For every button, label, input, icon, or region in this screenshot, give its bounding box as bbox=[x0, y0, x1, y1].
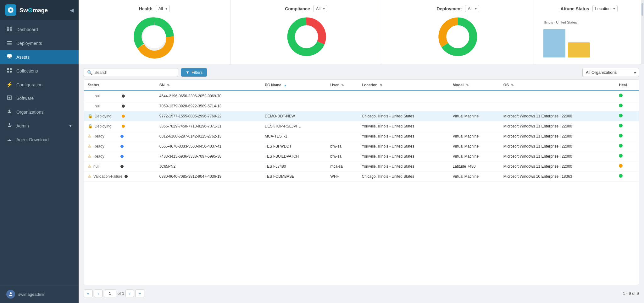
sidebar-item-deployments[interactable]: Deployments bbox=[0, 36, 79, 50]
user-cell bbox=[327, 91, 358, 101]
svg-rect-3 bbox=[7, 43, 12, 44]
org-select[interactable]: All Organizations Organization 1 Organiz… bbox=[582, 68, 639, 77]
col-pc-name[interactable]: PC Name ▲ bbox=[261, 80, 327, 91]
model-cell bbox=[449, 101, 500, 111]
user-avatar bbox=[6, 290, 15, 299]
compliance-chart-select[interactable]: All bbox=[313, 5, 327, 12]
status-indicator bbox=[125, 175, 128, 178]
col-user[interactable]: User ⇅ bbox=[327, 80, 358, 91]
sidebar-item-assets[interactable]: Assets bbox=[0, 50, 79, 64]
table-row[interactable]: ⚠Ready7488-3413-6936-3338-7097-5995-38TE… bbox=[84, 151, 639, 161]
lock-icon: 🔒 bbox=[88, 114, 93, 118]
col-os[interactable]: OS ⇅ bbox=[500, 80, 615, 91]
sidebar-item-label: Organizations bbox=[16, 110, 72, 115]
table-row[interactable]: 🔒Deploying9772-1577-1555-8805-2996-7760-… bbox=[84, 111, 639, 121]
sort-icon-pcname: ▲ bbox=[284, 84, 287, 87]
health-cell bbox=[615, 91, 639, 101]
agent-download-icon bbox=[6, 137, 13, 143]
status-cell: ⚠Validation-Failure bbox=[84, 171, 156, 181]
pc-name-cell: DESKTOP-RSEJVFL bbox=[261, 121, 327, 131]
health-chart-title: Health bbox=[139, 6, 153, 11]
table-row[interactable]: ⚠nullJC65PN2TEST-L7480mca-saYorkville, I… bbox=[84, 161, 639, 171]
status-indicator bbox=[120, 155, 124, 158]
svg-rect-2 bbox=[7, 41, 12, 42]
sn-cell: 9772-1577-1555-8805-2996-7760-22 bbox=[156, 111, 261, 121]
status-indicator bbox=[122, 115, 125, 118]
table-row[interactable]: null4644-2196-0656-3306-2052-9069-70 bbox=[84, 91, 639, 101]
health-indicator bbox=[619, 134, 623, 138]
software-icon bbox=[6, 95, 13, 101]
health-indicator bbox=[619, 94, 623, 97]
svg-rect-10 bbox=[7, 71, 9, 73]
location-cell: Yorkville, Illinois - United States bbox=[358, 131, 449, 141]
col-health[interactable]: Heal bbox=[615, 80, 639, 91]
table-row[interactable]: ⚠Ready6812-6160-5297-6142-9125-2762-13MC… bbox=[84, 131, 639, 141]
sidebar-item-organizations[interactable]: Organizations bbox=[0, 105, 79, 119]
col-sn[interactable]: SN ⇅ bbox=[156, 80, 261, 91]
health-indicator bbox=[619, 144, 623, 148]
warning-icon: ⚠ bbox=[88, 134, 92, 138]
os-cell: Microsoft Windows 11 Enterprise : 22000 bbox=[500, 141, 615, 151]
svg-rect-9 bbox=[10, 68, 12, 70]
svg-rect-8 bbox=[7, 68, 9, 70]
sidebar: Sw⊙mage ◀ Dashboard Deployments Assets bbox=[0, 0, 79, 303]
sort-icon-os: ⇅ bbox=[511, 84, 514, 87]
sidebar-item-dashboard[interactable]: Dashboard bbox=[0, 23, 79, 36]
table-row[interactable]: ⚠Validation-Failure0380-9640-7085-3812-9… bbox=[84, 171, 639, 181]
health-chart-select[interactable]: All bbox=[156, 5, 170, 12]
user-cell bbox=[327, 101, 358, 111]
pagination-next-button[interactable]: › bbox=[125, 289, 134, 297]
pagination: « ‹ of 1 › » 1 - 9 of 9 bbox=[84, 288, 639, 299]
sidebar-item-collections[interactable]: Collections bbox=[0, 64, 79, 78]
lock-icon: 🔒 bbox=[88, 124, 93, 128]
pagination-prev-button[interactable]: ‹ bbox=[94, 289, 102, 297]
pagination-page-input[interactable] bbox=[104, 289, 116, 297]
health-indicator bbox=[619, 114, 623, 117]
model-cell: Latitude 7480 bbox=[449, 161, 500, 171]
status-text: Deploying bbox=[95, 114, 120, 118]
pc-name-cell: TEST-ODMBASE bbox=[261, 171, 327, 181]
search-input[interactable] bbox=[94, 70, 175, 75]
health-cell bbox=[615, 131, 639, 141]
table-row[interactable]: ⚠Ready6665-4676-8333-5500-0456-4037-41TE… bbox=[84, 141, 639, 151]
filter-button[interactable]: ▼ Filters bbox=[181, 68, 207, 77]
sidebar-collapse-button[interactable]: ◀ bbox=[70, 7, 74, 13]
toolbar: 🔍 ▼ Filters All Organizations Organizati… bbox=[84, 68, 639, 77]
sidebar-item-label: Agent Download bbox=[16, 137, 72, 142]
status-cell: 🔒Deploying bbox=[84, 121, 156, 131]
col-model[interactable]: Model ⇅ bbox=[449, 80, 500, 91]
pc-name-cell bbox=[261, 91, 327, 101]
svg-point-17 bbox=[143, 25, 166, 48]
status-text: Ready bbox=[93, 134, 119, 138]
sidebar-item-agent-download[interactable]: Agent Download bbox=[0, 133, 79, 147]
sidebar-item-label: Assets bbox=[16, 55, 72, 60]
pagination-first-button[interactable]: « bbox=[84, 289, 93, 297]
col-status[interactable]: Status bbox=[84, 80, 156, 91]
pc-name-cell: MCA-TEST-1 bbox=[261, 131, 327, 141]
sidebar-item-configuration[interactable]: ⚡ Configuration bbox=[0, 78, 79, 91]
deployment-chart-select[interactable]: All bbox=[465, 5, 479, 12]
status-text: Ready bbox=[93, 144, 119, 149]
sidebar-item-admin[interactable]: Admin ▼ bbox=[0, 119, 79, 133]
status-text: null bbox=[93, 164, 119, 169]
svg-rect-4 bbox=[7, 44, 12, 45]
attune-status-select[interactable]: Location bbox=[592, 5, 618, 12]
warning-icon: ⚠ bbox=[88, 144, 92, 149]
table-row[interactable]: 🔒Deploying3856-7829-7450-7713-8196-7371-… bbox=[84, 121, 639, 131]
sidebar-item-software[interactable]: Software bbox=[0, 91, 79, 105]
location-cell: Yorkville, Illinois - United States bbox=[358, 161, 449, 171]
attune-chart-scrollbar[interactable] bbox=[641, 0, 644, 64]
admin-icon bbox=[6, 123, 13, 129]
attune-status-chart-title: Attune Status bbox=[561, 6, 589, 11]
col-location[interactable]: Location ⇅ bbox=[358, 80, 449, 91]
model-cell: Virtual Machine bbox=[449, 131, 500, 141]
health-indicator bbox=[619, 164, 623, 168]
health-cell bbox=[615, 111, 639, 121]
pagination-last-button[interactable]: » bbox=[135, 289, 144, 297]
table-row[interactable]: null7059-1379-0928-6922-3589-5714-13 bbox=[84, 101, 639, 111]
svg-point-15 bbox=[10, 292, 12, 294]
sn-cell: JC65PN2 bbox=[156, 161, 261, 171]
health-cell bbox=[615, 141, 639, 151]
svg-point-1 bbox=[10, 9, 12, 11]
warning-icon: ⚠ bbox=[88, 174, 92, 179]
